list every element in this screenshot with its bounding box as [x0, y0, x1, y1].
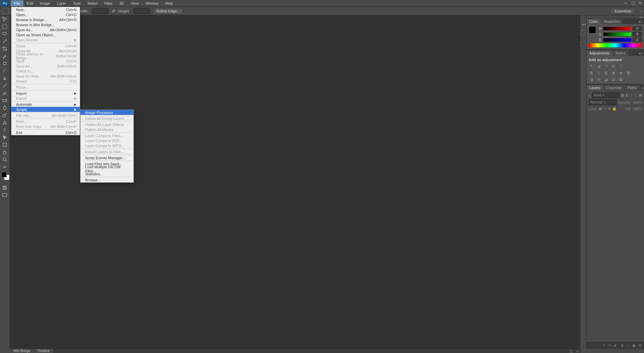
- shape-tool-icon[interactable]: [0, 141, 9, 148]
- blend-mode[interactable]: Normal ⋄: [589, 99, 616, 105]
- menu-item[interactable]: Open As...Alt+Shift+Ctrl+O: [11, 27, 80, 32]
- menu-view[interactable]: View: [127, 0, 142, 6]
- menu-item[interactable]: Automate▶: [11, 102, 80, 107]
- bottom-icon[interactable]: ▭: [576, 349, 579, 353]
- history-brush-icon[interactable]: [0, 82, 9, 89]
- menu-item[interactable]: ExitCtrl+Q: [11, 130, 80, 135]
- menu-type[interactable]: Type: [69, 0, 84, 6]
- tab-timeline[interactable]: Timeline: [34, 349, 53, 353]
- minimize-icon[interactable]: —: [623, 1, 628, 5]
- spectrum-bar[interactable]: [589, 43, 642, 47]
- blur-tool-icon[interactable]: [0, 104, 9, 112]
- filter-pixel-icon[interactable]: ▦: [621, 93, 624, 97]
- eraser-tool-icon[interactable]: [0, 89, 9, 97]
- menu-image[interactable]: Image: [37, 0, 54, 6]
- stamp-tool-icon[interactable]: [0, 75, 9, 82]
- trash-icon[interactable]: 🗑: [638, 343, 642, 348]
- tab-paths[interactable]: Paths: [625, 85, 640, 90]
- thresh-icon[interactable]: ◪: [603, 77, 609, 82]
- menu-3d[interactable]: 3D: [116, 0, 127, 6]
- swap-icon[interactable]: ⇄: [112, 9, 115, 13]
- kind-filter[interactable]: Kind ⋄: [592, 92, 620, 98]
- brush-tool-icon[interactable]: [0, 67, 9, 75]
- tab-minibridge[interactable]: Mini Bridge: [10, 349, 34, 353]
- menu-layer[interactable]: Layer: [53, 0, 69, 6]
- filter-shape-icon[interactable]: ▢: [634, 93, 637, 97]
- maximize-icon[interactable]: ▢: [631, 1, 635, 5]
- red-value[interactable]: 0: [633, 26, 642, 31]
- blue-value[interactable]: 0: [633, 38, 642, 42]
- panel-menu-icon[interactable]: ▾≡: [637, 20, 644, 24]
- menu-item[interactable]: New...Ctrl+N: [11, 7, 80, 12]
- curves-icon[interactable]: ∿: [603, 63, 609, 69]
- tab-styles[interactable]: Styles: [613, 50, 628, 56]
- close-icon[interactable]: ✕: [638, 1, 643, 5]
- menu-window[interactable]: Window: [142, 0, 162, 6]
- menu-select[interactable]: Select: [84, 0, 101, 6]
- bottom-icon[interactable]: ◫: [570, 349, 573, 353]
- lock-pixels-icon[interactable]: ▦: [599, 106, 602, 111]
- menu-item[interactable]: Import▶: [11, 91, 80, 96]
- workspace-menu-icon[interactable]: ≡: [641, 9, 643, 13]
- crop-tool-icon[interactable]: [0, 45, 9, 52]
- menu-item[interactable]: Statistics...: [80, 171, 133, 176]
- blue-slider[interactable]: [603, 38, 631, 42]
- healing-tool-icon[interactable]: [0, 60, 9, 67]
- lasso-tool-icon[interactable]: [0, 30, 9, 38]
- color-chip[interactable]: [589, 26, 596, 34]
- menu-edit[interactable]: Edit: [23, 0, 37, 6]
- mixer-icon[interactable]: ◆: [618, 70, 624, 75]
- lock-move-icon[interactable]: ✥: [608, 106, 611, 111]
- workspace-switcher[interactable]: Essentials: [611, 8, 635, 14]
- current-tool-icon[interactable]: [3, 8, 9, 14]
- mask-icon[interactable]: ◐: [614, 343, 618, 348]
- new-layer-icon[interactable]: ▣: [632, 343, 636, 348]
- opacity-value[interactable]: 100%: [633, 100, 642, 104]
- bal-icon[interactable]: ⚖: [596, 70, 601, 75]
- lock-all-icon[interactable]: 🔒: [612, 106, 617, 111]
- menu-item[interactable]: Browse...: [80, 177, 133, 182]
- wand-tool-icon[interactable]: [0, 38, 9, 45]
- filter-smart-icon[interactable]: ▣: [639, 93, 642, 97]
- eyedropper-tool-icon[interactable]: [0, 52, 9, 60]
- filter-adjust-icon[interactable]: ◐: [626, 93, 629, 97]
- color-swatches[interactable]: [0, 171, 10, 184]
- menu-filter[interactable]: Filter: [101, 0, 116, 6]
- green-value[interactable]: 0: [633, 32, 642, 36]
- hue-icon[interactable]: ▦: [589, 70, 594, 75]
- menu-item[interactable]: Image Processor...: [80, 110, 133, 115]
- width-field[interactable]: [92, 8, 109, 14]
- photo-icon[interactable]: ▣: [611, 70, 616, 75]
- tab-swatches[interactable]: Swatches: [601, 19, 623, 24]
- type-tool-icon[interactable]: T: [0, 126, 9, 134]
- menu-item[interactable]: Script Events Manager...: [80, 155, 133, 160]
- marquee-tool-icon[interactable]: [0, 23, 9, 30]
- exposure-icon[interactable]: ▤: [611, 63, 616, 69]
- tab-channels[interactable]: Channels: [603, 85, 624, 90]
- vibrance-icon[interactable]: ▽: [618, 63, 624, 69]
- menu-item[interactable]: Browse in Bridge...Alt+Ctrl+O: [11, 17, 80, 22]
- sel-icon[interactable]: ▦: [618, 77, 624, 82]
- fill-layer-icon[interactable]: ◑: [620, 343, 624, 348]
- screenmode-icon[interactable]: [0, 191, 9, 199]
- menu-item[interactable]: Load Multiple DICOM Files...: [80, 166, 133, 171]
- lookup-icon[interactable]: ▦: [626, 70, 631, 75]
- brightness-icon[interactable]: ☀: [589, 63, 594, 69]
- filter-type-icon[interactable]: T: [630, 93, 633, 97]
- zoom-tool-icon[interactable]: [0, 156, 9, 163]
- menu-item[interactable]: Open as Smart Object...: [11, 32, 80, 37]
- menu-item[interactable]: Browse in Mini Bridge...: [11, 22, 80, 27]
- grad-icon[interactable]: ▥: [611, 77, 616, 82]
- panel-menu-icon[interactable]: ▾≡: [640, 86, 644, 90]
- menu-item[interactable]: Open...Ctrl+O: [11, 12, 80, 17]
- color-swap-icon[interactable]: ⇄: [0, 163, 9, 171]
- dodge-tool-icon[interactable]: [0, 112, 9, 119]
- path-select-icon[interactable]: [0, 134, 9, 141]
- menu-file[interactable]: File: [11, 0, 23, 6]
- gradient-tool-icon[interactable]: [0, 97, 9, 104]
- green-slider[interactable]: [603, 33, 631, 36]
- move-tool-icon[interactable]: [0, 15, 9, 23]
- quickmask-icon[interactable]: [0, 184, 9, 191]
- refine-edge-button[interactable]: Refine Edge...: [153, 8, 183, 14]
- pen-tool-icon[interactable]: [0, 119, 9, 126]
